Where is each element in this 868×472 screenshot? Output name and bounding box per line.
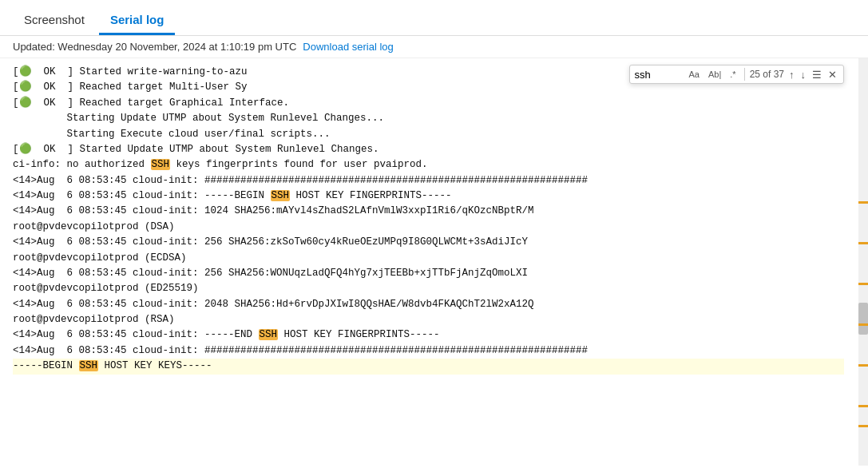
scrollbar-marker-6 [858,405,868,407]
search-divider [744,68,745,81]
use-regex-button[interactable]: .* [727,68,739,81]
log-line: <14>Aug 6 08:53:45 cloud-init: -----END … [13,327,844,343]
match-whole-word-button[interactable]: Ab| [705,68,724,81]
scrollbar-marker-5 [858,364,868,367]
tab-screenshot[interactable]: Screenshot [13,6,96,35]
ssh-highlight: SSH [259,329,279,340]
search-prev-button[interactable]: ↑ [787,69,796,81]
log-line: root@pvdevcopilotprod (DSA) [13,220,844,235]
search-bar: Aa Ab| .* 25 of 37 ↑ ↓ ☰ ✕ [629,65,845,84]
scrollbar-marker-3 [858,283,868,285]
log-line: Starting Execute cloud user/final script… [13,127,844,142]
scrollbar-marker-2 [858,242,868,244]
search-more-button[interactable]: ☰ [811,69,823,81]
log-line: -----BEGIN SSH HOST KEY KEYS----- [13,359,844,374]
status-bar: Updated: Wednesday 20 November, 2024 at … [0,36,868,58]
search-count: 25 of 37 [750,69,784,80]
log-content[interactable]: [🟢 OK ] Started write-warning-to-azu[🟢 O… [0,58,868,466]
scrollbar-marker-4 [858,323,868,326]
scrollbar-thumb[interactable] [858,303,868,335]
log-line: root@pvdevcopilotprod (ED25519) [13,281,844,296]
log-line: ci-info: no authorized SSH keys fingerpr… [13,157,844,173]
tab-bar: Screenshot Serial log [0,0,868,36]
log-line: <14>Aug 6 08:53:45 cloud-init: 2048 SHA2… [13,297,844,312]
download-link[interactable]: Download serial log [303,41,393,53]
log-line: <14>Aug 6 08:53:45 cloud-init: 256 SHA25… [13,266,844,281]
search-input[interactable] [635,69,683,81]
log-line: <14>Aug 6 08:53:45 cloud-init: #########… [13,173,844,188]
tab-serial-log[interactable]: Serial log [99,6,176,35]
ssh-highlight: SSH [79,360,99,371]
log-line: <14>Aug 6 08:53:45 cloud-init: #########… [13,343,844,359]
scrollbar-track[interactable] [858,58,868,466]
updated-text: Updated: Wednesday 20 November, 2024 at … [13,41,296,53]
ssh-highlight: SSH [271,190,291,201]
scrollbar-marker-1 [858,201,868,204]
log-line: [🟢 OK ] Reached target Graphical Interfa… [13,96,844,111]
log-line: <14>Aug 6 08:53:45 cloud-init: -----BEGI… [13,188,844,204]
log-line: <14>Aug 6 08:53:45 cloud-init: 256 SHA25… [13,235,844,250]
log-line: root@pvdevcopilotprod (RSA) [13,312,844,327]
ssh-highlight: SSH [151,159,171,170]
search-options: Aa Ab| .* [686,68,739,81]
log-line: root@pvdevcopilotprod (ECDSA) [13,251,844,266]
log-container: Aa Ab| .* 25 of 37 ↑ ↓ ☰ ✕ [🟢 OK ] Start… [0,58,868,466]
log-line: <14>Aug 6 08:53:45 cloud-init: 1024 SHA2… [13,204,844,219]
scrollbar-marker-7 [858,425,868,427]
log-line: Starting Update UTMP about System Runlev… [13,111,844,126]
log-line: [🟢 OK ] Started Update UTMP about System… [13,142,844,157]
search-next-button[interactable]: ↓ [799,69,808,81]
search-close-button[interactable]: ✕ [826,69,838,81]
match-case-button[interactable]: Aa [686,68,703,81]
